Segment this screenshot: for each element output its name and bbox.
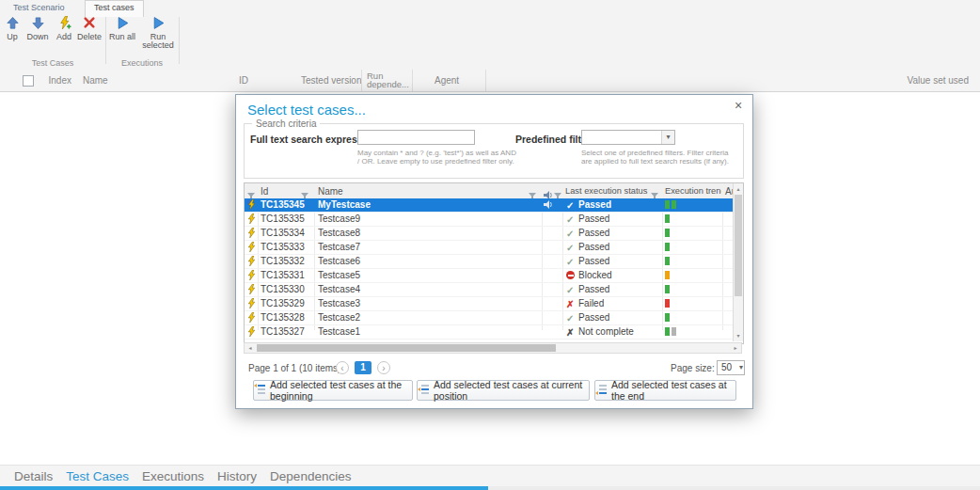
application-window: Test Scenario Test cases Up Down Add Del…: [0, 0, 980, 490]
select-all-checkbox[interactable]: [23, 75, 34, 87]
testcase-name: Testcase9: [318, 213, 360, 224]
search-criteria-legend: Search criteria: [252, 119, 320, 129]
testcase-name: Testcase3: [318, 298, 360, 308]
status-icon: [566, 229, 576, 238]
column-value-set-used[interactable]: Value set used: [908, 75, 969, 86]
main-grid-header: Index Name ID Tested version Run depende…: [0, 70, 980, 92]
status-text: Passed: [578, 312, 609, 323]
page-size-select[interactable]: 50 ▾: [717, 360, 745, 375]
testcase-id: TC135327: [261, 326, 305, 337]
status-text: Passed: [578, 284, 609, 294]
column-id[interactable]: ID: [239, 75, 248, 86]
test-case-row[interactable]: TC135327 Testcase1 Not complete: [245, 325, 734, 340]
test-case-row[interactable]: TC135334 Testcase8 Passed: [245, 227, 734, 241]
bottom-tab[interactable]: Details: [8, 469, 59, 483]
testcase-id: TC135334: [261, 228, 305, 238]
bottom-tab[interactable]: Executions: [135, 469, 211, 483]
add-button-label: Add: [53, 33, 75, 41]
status-icon: [566, 313, 576, 323]
testcase-icon: [246, 270, 257, 282]
test-case-row[interactable]: TC135345 MyTestcase Passed: [245, 198, 734, 213]
column-index[interactable]: Index: [43, 75, 71, 86]
column-id[interactable]: Id: [261, 186, 268, 197]
scroll-right-icon[interactable]: ▸: [730, 343, 741, 353]
testcase-icon: [246, 284, 257, 296]
add-at-beginning-button[interactable]: Add selected test cases at the beginning: [253, 380, 413, 401]
bottom-tab[interactable]: Test Cases: [59, 469, 135, 483]
execution-trend: [665, 257, 672, 267]
column-agent[interactable]: Agent: [435, 75, 459, 86]
testcase-icon: [246, 312, 257, 324]
add-at-current-position-icon: [418, 384, 429, 397]
add-at-current-position-label: Add selected test cases at current posit…: [434, 379, 589, 402]
up-button-label: Up: [2, 33, 23, 41]
test-case-row[interactable]: TC135331 Testcase5 Blocked: [245, 269, 734, 283]
add-at-end-button[interactable]: Add selected test cases at the end: [594, 380, 736, 401]
close-icon[interactable]: ×: [731, 98, 746, 113]
down-button-label: Down: [24, 33, 51, 41]
prev-page-button[interactable]: ‹: [336, 361, 349, 374]
page-number-button[interactable]: 1: [355, 361, 371, 374]
predefined-filter-help-text: Select one of predefined filters. Filter…: [581, 149, 737, 166]
test-case-grid-header: Id Name Last execution status E: [245, 183, 734, 199]
run-all-button[interactable]: Run all: [107, 16, 137, 55]
ribbon-tab-test-scenario[interactable]: Test Scenario: [13, 3, 65, 12]
execution-trend: [665, 313, 672, 324]
test-case-row[interactable]: TC135333 Testcase7 Passed: [245, 241, 734, 255]
delete-button[interactable]: Delete: [75, 16, 103, 55]
execution-trend: [665, 214, 672, 225]
run-all-button-label: Run all: [107, 33, 137, 41]
horizontal-scrollbar[interactable]: ◂ ▸: [244, 342, 742, 354]
predefined-filter-select[interactable]: ▾: [581, 130, 675, 145]
testcase-name: Testcase1: [318, 326, 360, 337]
column-last-execution-status[interactable]: Last execution status: [565, 186, 647, 196]
test-case-row[interactable]: TC135332 Testcase6 Passed: [245, 255, 734, 269]
testcase-name: Testcase2: [318, 312, 360, 323]
test-case-row[interactable]: TC135329 Testcase3 Failed: [245, 297, 734, 311]
add-at-current-position-button[interactable]: Add selected test cases at current posit…: [417, 380, 590, 401]
fulltext-search-input[interactable]: [357, 130, 475, 145]
test-case-row[interactable]: TC135335 Testcase9 Passed: [245, 213, 734, 227]
next-page-button[interactable]: ›: [377, 361, 390, 374]
scroll-left-icon[interactable]: ◂: [245, 343, 256, 353]
test-case-grid-rows: TC135345 MyTestcase Passed: [245, 198, 734, 330]
scroll-up-icon[interactable]: ▴: [734, 184, 743, 194]
status-strip: [0, 486, 488, 490]
column-name[interactable]: Name: [83, 75, 108, 86]
status-text: Failed: [578, 298, 604, 308]
delete-button-label: Delete: [75, 33, 103, 41]
run-icon: [107, 16, 137, 32]
horizontal-scrollbar-thumb[interactable]: [257, 344, 556, 352]
column-separator: [361, 70, 362, 91]
ribbon-group-test-cases: Test Cases: [0, 58, 105, 68]
bottom-tab[interactable]: History: [211, 469, 263, 483]
up-button[interactable]: Up: [2, 16, 23, 55]
status-text: Passed: [578, 256, 609, 266]
test-case-row[interactable]: TC135330 Testcase4 Passed: [245, 283, 734, 297]
column-execution-trend[interactable]: Execution trend: [665, 186, 721, 196]
status-icon: [566, 285, 576, 294]
testcase-id: TC135329: [261, 298, 305, 308]
arrow-up-icon: [2, 16, 23, 32]
testcase-icon: [246, 213, 257, 226]
run-selected-button-label: Run selected: [139, 33, 177, 50]
column-tested-version[interactable]: Tested version: [301, 75, 361, 86]
vertical-scrollbar-thumb[interactable]: [735, 195, 742, 296]
test-case-row[interactable]: TC135328 Testcase2 Passed: [245, 311, 734, 325]
status-strip-rest: [488, 486, 980, 490]
bottom-tab-bar: Details Test Cases Executions History De…: [0, 465, 980, 486]
bottom-tab[interactable]: Dependencies: [263, 469, 357, 483]
delete-icon: [75, 16, 103, 32]
scroll-down-icon[interactable]: ▾: [734, 331, 743, 340]
test-case-grid: Id Name Last execution status E: [244, 182, 744, 344]
run-selected-button[interactable]: Run selected: [139, 16, 177, 55]
ribbon-tab-test-cases[interactable]: Test cases: [85, 0, 144, 17]
down-button[interactable]: Down: [24, 16, 51, 55]
column-run-dependency[interactable]: Run depende...: [367, 71, 412, 88]
testcase-icon: [246, 298, 257, 310]
select-test-cases-dialog: Select test cases... × Search criteria F…: [235, 94, 753, 409]
status-icon: [566, 243, 576, 252]
vertical-scrollbar[interactable]: ▴ ▾: [733, 183, 743, 341]
column-name[interactable]: Name: [318, 186, 343, 197]
add-button[interactable]: Add: [53, 16, 75, 55]
